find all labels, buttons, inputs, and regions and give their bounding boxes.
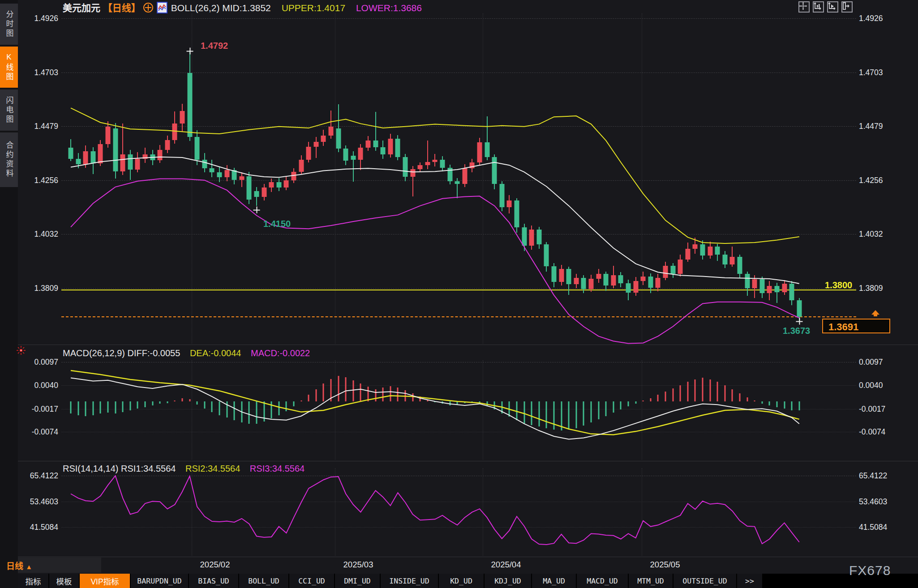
macd-header: MACD(26,12,9) DIFF:-0.0055 DEA:-0.0044 M… xyxy=(63,348,310,358)
low-cross-marker xyxy=(253,207,260,213)
bottom-tab-13[interactable]: MACD_UD xyxy=(577,574,628,588)
date-label: 2025/05 xyxy=(650,560,680,570)
indicator-line xyxy=(71,157,799,284)
indicator-line xyxy=(71,378,799,439)
rsi2-readout: RSI2:34.5564 xyxy=(185,464,240,473)
bottom-tab-7[interactable]: CCI_UD xyxy=(289,574,334,588)
bottom-tab-10[interactable]: KD_UD xyxy=(439,574,484,588)
price-up-arrow-icon xyxy=(871,310,879,315)
bottom-tab-14[interactable]: MTM_UD xyxy=(629,574,673,588)
feb-low-price-label: 1.4150 xyxy=(263,219,291,229)
trading-terminal: 分时图K线图闪电图合约资料 美元加元 【日线】 BOLL(26,2) MID:1… xyxy=(0,0,918,588)
date-label: 2025/03 xyxy=(343,560,373,570)
indicator-tabbar: 指标模板VIP指标BARUPDN_UDBIAS_UDBOLL_UDCCI_UDD… xyxy=(18,574,918,588)
high-price-label: 1.4792 xyxy=(201,41,228,51)
rsi-header: RSI(14,14,14) RSI1:34.5564 RSI2:34.5564 … xyxy=(63,464,305,474)
panel-separator[interactable] xyxy=(18,461,918,461)
alert-burst-icon[interactable] xyxy=(16,345,26,355)
indicator-line xyxy=(71,371,799,435)
panel-separator[interactable] xyxy=(18,345,918,345)
bottom-tab-5[interactable]: BIAS_UD xyxy=(189,574,238,588)
macd-macd-readout: MACD:-0.0022 xyxy=(251,348,310,358)
rsi3-readout: RSI3:34.5564 xyxy=(250,464,305,473)
macd-diff-readout: MACD(26,12,9) DIFF:-0.0055 xyxy=(63,348,180,358)
indicator-lines xyxy=(0,0,918,588)
last-low-cross-marker xyxy=(796,318,803,325)
bottom-tab-6[interactable]: BOLL_UD xyxy=(239,574,288,588)
watermark: FX678 xyxy=(849,563,891,578)
date-label: 2025/02 xyxy=(200,560,230,570)
indicator-line xyxy=(71,476,799,545)
bottom-tab-4[interactable]: BARUPDN_UD xyxy=(131,574,188,588)
rsi1-readout: RSI(14,14,14) RSI1:34.5564 xyxy=(63,464,176,473)
last-price-box[interactable]: 1.3691 xyxy=(822,319,890,333)
macd-dea-readout: DEA:-0.0044 xyxy=(190,348,241,358)
bottom-tab-1[interactable]: 指标 xyxy=(18,574,48,588)
bottom-tab-11[interactable]: KDJ_UD xyxy=(485,574,531,588)
bottom-tab-12[interactable]: MA_UD xyxy=(532,574,576,588)
bottom-tab-15[interactable]: OUTSIDE_UD xyxy=(673,574,736,588)
date-label: 2025/04 xyxy=(491,560,521,570)
bottom-tab-2[interactable]: 模板 xyxy=(49,574,79,588)
period-label-text: 日线 xyxy=(6,562,23,571)
bottom-tab-9[interactable]: INSIDE_UD xyxy=(381,574,438,588)
support-price-label: 1.3800 xyxy=(825,280,852,290)
bottom-tab-8[interactable]: DMI_UD xyxy=(335,574,380,588)
panel-separator xyxy=(18,557,918,557)
period-arrow-icon: ▲ xyxy=(26,563,32,571)
indicator-line xyxy=(71,179,799,343)
bottom-tab-3[interactable]: VIP指标 xyxy=(80,574,130,588)
last-low-price-label: 1.3673 xyxy=(783,326,810,336)
high-cross-marker xyxy=(187,48,193,55)
indicator-line xyxy=(71,108,799,243)
period-selector[interactable]: 日线 ▲ xyxy=(6,559,32,571)
bottom-tab-16[interactable]: >> xyxy=(737,574,762,588)
